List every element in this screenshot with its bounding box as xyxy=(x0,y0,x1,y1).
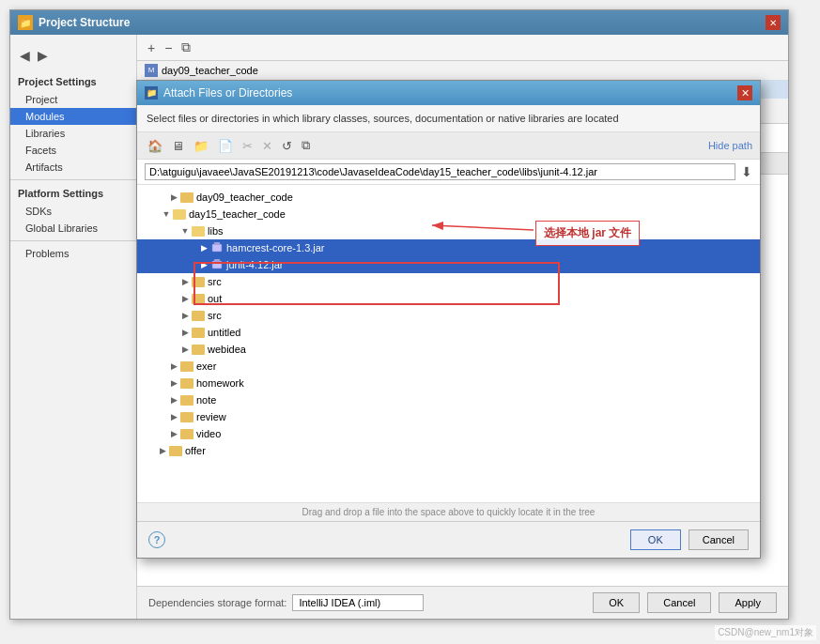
folder-button[interactable]: 📁 xyxy=(191,137,211,155)
title-bar: 📁 Project Structure ✕ xyxy=(10,10,788,35)
window-title: Project Structure xyxy=(39,16,130,29)
ok-button[interactable]: OK xyxy=(593,592,640,613)
tree-item-hamcrest[interactable]: ▶ hamcrest-core-1.3.jar xyxy=(137,239,760,256)
platform-settings-header: Platform Settings xyxy=(10,184,136,203)
folder-icon-day09 xyxy=(180,192,193,203)
tree-item-src[interactable]: ▶ src xyxy=(137,307,760,324)
expander-src[interactable]: ▶ xyxy=(178,309,192,322)
expander-out[interactable]: ▶ xyxy=(178,292,192,305)
folder-icon-video xyxy=(180,429,193,439)
sidebar-item-sdks[interactable]: SDKs xyxy=(10,203,136,220)
modal-cancel-button[interactable]: Cancel xyxy=(688,529,749,550)
forward-button[interactable]: ▶ xyxy=(36,46,50,65)
expander-offer[interactable]: ▶ xyxy=(156,444,169,457)
expander-src2[interactable]: ▶ xyxy=(178,275,192,288)
module-name: day09_teacher_code xyxy=(162,65,258,76)
expander-exer[interactable]: ▶ xyxy=(167,360,180,373)
modal-toolbar: 🏠 🖥 📁 📄 ✂ ✕ ↺ ⧉ Hide path xyxy=(137,132,760,160)
tree-item-exer[interactable]: ▶ exer xyxy=(137,358,760,375)
tree-item-webidea[interactable]: ▶ webidea xyxy=(137,341,760,358)
folder-icon-homework xyxy=(180,378,193,389)
modal-title-icon: 📁 xyxy=(145,86,158,100)
add-module-button[interactable]: + xyxy=(145,39,158,56)
sidebar-item-problems[interactable]: Problems xyxy=(10,245,136,262)
expander-webidea[interactable]: ▶ xyxy=(178,343,192,356)
file-tree[interactable]: ▶ day09_teacher_code ▼ day15_teacher_cod… xyxy=(137,185,760,502)
window-icon: 📁 xyxy=(18,15,33,30)
modal-close-button[interactable]: ✕ xyxy=(737,85,752,100)
jar-icon-junit xyxy=(210,259,224,270)
expander-review[interactable]: ▶ xyxy=(167,410,180,423)
dep-format-label: Dependencies storage format: xyxy=(148,597,286,608)
sidebar-item-libraries[interactable]: Libraries xyxy=(10,125,136,142)
path-input[interactable] xyxy=(145,163,735,180)
tree-label-untitled: untitled xyxy=(208,327,240,338)
expander-homework[interactable]: ▶ xyxy=(167,376,180,390)
tree-label-junit: junit-4.12.jar xyxy=(226,259,284,270)
folder-icon-libs xyxy=(192,226,205,237)
tree-item-homework[interactable]: ▶ homework xyxy=(137,375,760,391)
cancel-button[interactable]: Cancel xyxy=(647,592,711,613)
cut-button[interactable]: ✂ xyxy=(240,137,255,155)
tree-label-exer: exer xyxy=(196,360,216,372)
remove-module-button[interactable]: − xyxy=(162,39,175,56)
file-button[interactable]: 📄 xyxy=(215,137,236,155)
sidebar-item-modules[interactable]: Modules xyxy=(10,108,136,125)
close-button[interactable]: ✕ xyxy=(766,15,781,30)
back-button[interactable]: ◀ xyxy=(18,46,32,65)
module-item-day09[interactable]: M day09_teacher_code xyxy=(137,61,788,80)
bottom-btn-group: OK Cancel Apply xyxy=(593,592,777,613)
sidebar: ◀ ▶ Project Settings Project Modules Lib… xyxy=(10,35,137,619)
sidebar-item-global-libraries[interactable]: Global Libraries xyxy=(10,220,136,237)
help-button[interactable]: ? xyxy=(148,531,165,548)
expander-libs[interactable]: ▼ xyxy=(178,224,192,238)
tree-item-offer[interactable]: ▶ offer xyxy=(137,442,760,459)
tree-label-homework: homework xyxy=(196,377,244,389)
sidebar-item-artifacts[interactable]: Artifacts xyxy=(10,159,136,176)
refresh-button[interactable]: ↺ xyxy=(279,137,295,155)
tree-item-day15[interactable]: ▼ day15_teacher_code xyxy=(137,206,760,222)
hide-path-button[interactable]: Hide path xyxy=(708,140,752,151)
modal-ok-button[interactable]: OK xyxy=(630,529,681,550)
tree-item-out[interactable]: ▶ out xyxy=(137,290,760,307)
tree-label-offer: offer xyxy=(185,445,206,456)
expander-day15[interactable]: ▼ xyxy=(160,207,173,221)
home-button[interactable]: 🏠 xyxy=(145,137,165,155)
svg-rect-1 xyxy=(214,242,220,245)
dep-format-input[interactable] xyxy=(292,594,424,611)
expander-hamcrest[interactable]: ▶ xyxy=(197,241,210,254)
copy-module-button[interactable]: ⧉ xyxy=(178,38,193,56)
tree-item-untitled[interactable]: ▶ untitled xyxy=(137,324,760,341)
expander-junit[interactable]: ▶ xyxy=(197,258,210,271)
desktop-button[interactable]: 🖥 xyxy=(169,137,187,155)
expander-untitled[interactable]: ▶ xyxy=(178,326,192,339)
tree-item-libs[interactable]: ▼ libs xyxy=(137,222,760,239)
path-download-button[interactable]: ⬇ xyxy=(741,164,752,179)
expander-video[interactable]: ▶ xyxy=(167,427,180,440)
tree-label-day15: day15_teacher_code xyxy=(189,208,286,220)
tree-label-src: src xyxy=(208,310,222,321)
modal-title-bar: 📁 Attach Files or Directories ✕ xyxy=(137,81,760,105)
folder-icon-day15 xyxy=(173,209,186,220)
expander-day09[interactable]: ▶ xyxy=(167,191,180,204)
module-toolbar: + − ⧉ xyxy=(137,35,788,61)
tree-item-junit[interactable]: ▶ junit-4.12.jar xyxy=(137,256,760,273)
nav-toolbar: ◀ ▶ xyxy=(10,42,136,69)
modal-bottom: ? OK Cancel xyxy=(137,521,760,558)
dep-format-row: Dependencies storage format: xyxy=(148,594,424,611)
delete-button[interactable]: ✕ xyxy=(259,137,275,155)
sidebar-item-project[interactable]: Project xyxy=(10,91,136,108)
tree-item-day09[interactable]: ▶ day09_teacher_code xyxy=(137,189,760,206)
tree-label-review: review xyxy=(196,411,226,422)
tree-item-video[interactable]: ▶ video xyxy=(137,425,760,442)
modal-title-left: 📁 Attach Files or Directories xyxy=(145,86,292,100)
tree-item-review[interactable]: ▶ review xyxy=(137,408,760,425)
expander-note[interactable]: ▶ xyxy=(167,393,180,406)
copy-path-button[interactable]: ⧉ xyxy=(299,136,313,155)
tree-item-src2[interactable]: ▶ src xyxy=(137,273,760,290)
tree-item-note[interactable]: ▶ note xyxy=(137,391,760,408)
modal-bottom-right: OK Cancel xyxy=(630,529,749,550)
modal-toolbar-left: 🏠 🖥 📁 📄 ✂ ✕ ↺ ⧉ xyxy=(145,136,313,155)
sidebar-item-facets[interactable]: Facets xyxy=(10,142,136,159)
apply-button[interactable]: Apply xyxy=(719,592,777,613)
